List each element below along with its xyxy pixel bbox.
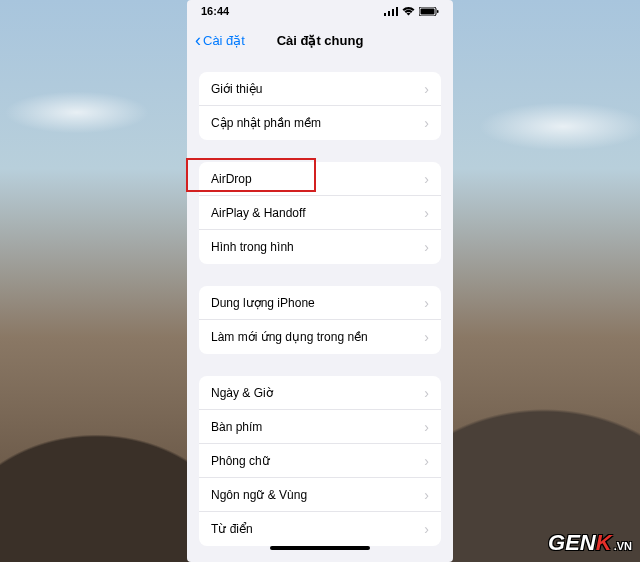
row-label: AirDrop: [211, 172, 252, 186]
row-software-update[interactable]: Cập nhật phần mềm ›: [199, 106, 441, 140]
row-label: AirPlay & Handoff: [211, 206, 306, 220]
battery-icon: [419, 7, 439, 16]
row-label: Từ điển: [211, 522, 253, 536]
chevron-right-icon: ›: [424, 487, 429, 503]
row-label: Làm mới ứng dụng trong nền: [211, 330, 368, 344]
row-dictionary[interactable]: Từ điển ›: [199, 512, 441, 546]
settings-group-storage: Dung lượng iPhone › Làm mới ứng dụng tro…: [199, 286, 441, 354]
chevron-right-icon: ›: [424, 521, 429, 537]
chevron-right-icon: ›: [424, 205, 429, 221]
chevron-right-icon: ›: [424, 295, 429, 311]
row-label: Bàn phím: [211, 420, 262, 434]
row-airdrop[interactable]: AirDrop ›: [199, 162, 441, 196]
row-label: Giới thiệu: [211, 82, 262, 96]
chevron-right-icon: ›: [424, 329, 429, 345]
navigation-bar: ‹ Cài đặt Cài đặt chung: [187, 22, 453, 58]
watermark-logo: GENK.VN: [548, 530, 632, 556]
row-keyboard[interactable]: Bàn phím ›: [199, 410, 441, 444]
settings-group-airdrop: AirDrop › AirPlay & Handoff › Hình trong…: [199, 162, 441, 264]
chevron-right-icon: ›: [424, 239, 429, 255]
row-fonts[interactable]: Phông chữ ›: [199, 444, 441, 478]
svg-rect-3: [396, 7, 398, 16]
phone-screen: 16:44 ‹ Cài đặt Cài đặt chung Giới thiệu…: [187, 0, 453, 562]
chevron-right-icon: ›: [424, 385, 429, 401]
watermark-text-accent: K: [596, 530, 612, 556]
back-button[interactable]: ‹ Cài đặt: [195, 31, 245, 49]
chevron-right-icon: ›: [424, 81, 429, 97]
chevron-left-icon: ‹: [195, 31, 201, 49]
svg-rect-2: [392, 9, 394, 16]
status-bar: 16:44: [187, 0, 453, 22]
cellular-signal-icon: [384, 7, 398, 16]
row-label: Ngôn ngữ & Vùng: [211, 488, 307, 502]
watermark-text-main: GEN: [548, 530, 596, 556]
row-airplay-handoff[interactable]: AirPlay & Handoff ›: [199, 196, 441, 230]
svg-rect-1: [388, 11, 390, 16]
svg-rect-0: [384, 13, 386, 16]
settings-group-locale: Ngày & Giờ › Bàn phím › Phông chữ › Ngôn…: [199, 376, 441, 546]
chevron-right-icon: ›: [424, 115, 429, 131]
row-label: Hình trong hình: [211, 240, 294, 254]
row-about[interactable]: Giới thiệu ›: [199, 72, 441, 106]
row-label: Ngày & Giờ: [211, 386, 273, 400]
settings-group-about: Giới thiệu › Cập nhật phần mềm ›: [199, 72, 441, 140]
chevron-right-icon: ›: [424, 171, 429, 187]
row-background-app-refresh[interactable]: Làm mới ứng dụng trong nền ›: [199, 320, 441, 354]
row-iphone-storage[interactable]: Dung lượng iPhone ›: [199, 286, 441, 320]
row-language-region[interactable]: Ngôn ngữ & Vùng ›: [199, 478, 441, 512]
row-label: Dung lượng iPhone: [211, 296, 315, 310]
svg-rect-5: [421, 8, 435, 14]
watermark-suffix: .VN: [614, 540, 632, 552]
status-time: 16:44: [201, 5, 229, 17]
settings-content[interactable]: Giới thiệu › Cập nhật phần mềm › AirDrop…: [187, 58, 453, 562]
status-icons: [384, 7, 439, 16]
row-label: Cập nhật phần mềm: [211, 116, 321, 130]
chevron-right-icon: ›: [424, 453, 429, 469]
chevron-right-icon: ›: [424, 419, 429, 435]
row-date-time[interactable]: Ngày & Giờ ›: [199, 376, 441, 410]
row-label: Phông chữ: [211, 454, 270, 468]
wifi-icon: [402, 7, 415, 16]
row-picture-in-picture[interactable]: Hình trong hình ›: [199, 230, 441, 264]
svg-rect-6: [437, 10, 439, 13]
home-indicator[interactable]: [270, 546, 370, 550]
back-label: Cài đặt: [203, 33, 245, 48]
